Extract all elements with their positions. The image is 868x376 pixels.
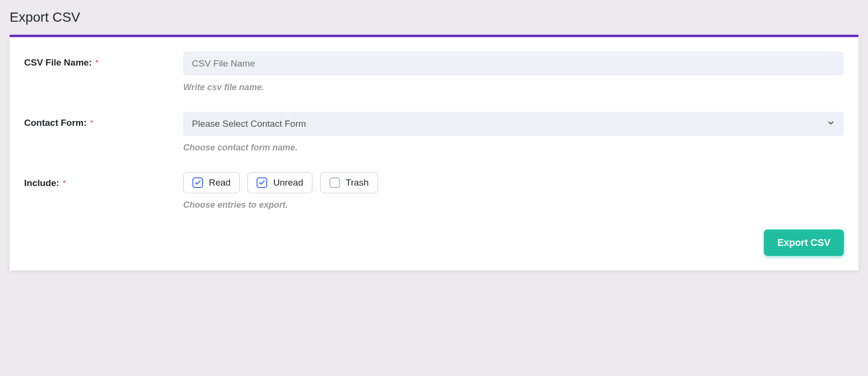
include-unread-checkbox[interactable]: Unread	[247, 172, 312, 193]
contact-form-label-col: Contact Form: *	[24, 112, 183, 128]
required-asterisk: *	[90, 119, 93, 127]
export-card: CSV File Name: * Write csv file name. Co…	[10, 35, 858, 270]
include-helper: Choose entries to export.	[183, 200, 844, 210]
include-unread-label: Unread	[273, 177, 303, 188]
csv-file-name-label: CSV File Name:	[24, 57, 95, 67]
csv-file-name-control-col: Write csv file name.	[183, 52, 844, 93]
csv-file-name-input[interactable]	[183, 52, 844, 76]
contact-form-select[interactable]: Please Select Contact Form	[183, 112, 844, 136]
include-label-col: Include: *	[24, 172, 183, 188]
csv-file-name-label-col: CSV File Name: *	[24, 52, 183, 68]
include-row: Include: * Read Unread T	[24, 172, 844, 210]
include-read-label: Read	[209, 177, 231, 188]
checkbox-icon	[257, 177, 267, 188]
include-control-col: Read Unread Trash Choose entries to expo…	[183, 172, 844, 210]
required-asterisk: *	[63, 179, 66, 188]
csv-file-name-row: CSV File Name: * Write csv file name.	[24, 52, 844, 93]
checkbox-icon	[192, 177, 203, 188]
checkbox-icon	[329, 177, 340, 188]
csv-file-name-helper: Write csv file name.	[183, 82, 844, 93]
button-row: Export CSV	[24, 229, 844, 256]
page-title: Export CSV	[10, 10, 858, 25]
include-checkbox-group: Read Unread Trash	[183, 172, 844, 193]
export-csv-button[interactable]: Export CSV	[764, 229, 844, 256]
contact-form-control-col: Please Select Contact Form Choose contac…	[183, 112, 844, 153]
include-trash-label: Trash	[346, 177, 369, 188]
required-asterisk: *	[95, 59, 98, 67]
contact-form-select-wrapper[interactable]: Please Select Contact Form	[183, 112, 844, 136]
contact-form-label: Contact Form:	[24, 118, 89, 128]
include-trash-checkbox[interactable]: Trash	[320, 172, 378, 193]
contact-form-helper: Choose contact form name.	[183, 143, 844, 153]
include-label: Include:	[24, 178, 62, 188]
include-read-checkbox[interactable]: Read	[183, 172, 240, 193]
contact-form-row: Contact Form: * Please Select Contact Fo…	[24, 112, 844, 153]
